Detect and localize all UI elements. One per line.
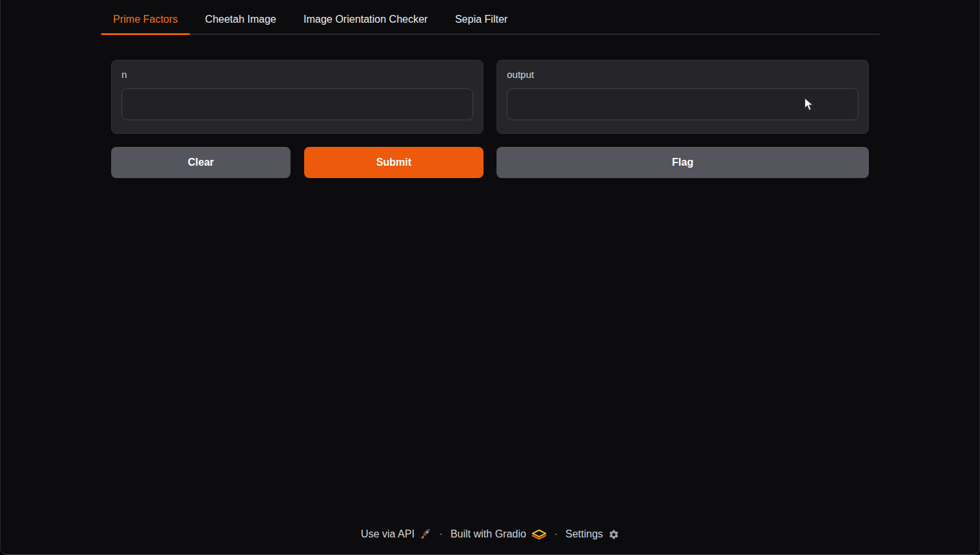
empty-space — [100, 178, 880, 528]
tab-prime-factors[interactable]: Prime Factors — [101, 8, 190, 35]
gradio-logo-icon — [532, 529, 547, 540]
output-panel: output — [496, 60, 869, 134]
clear-button[interactable]: Clear — [111, 147, 290, 178]
tab-image-orientation-checker[interactable]: Image Orientation Checker — [292, 8, 439, 35]
footer-separator: · — [554, 528, 558, 540]
app-window: Prime Factors Cheetah Image Image Orient… — [0, 0, 980, 555]
tab-cheetah-image[interactable]: Cheetah Image — [194, 8, 288, 35]
use-via-api-label: Use via API — [361, 528, 415, 540]
use-via-api-link[interactable]: Use via API — [361, 528, 432, 540]
tab-panel-prime-factors: n Clear Submit output Flag — [100, 60, 880, 178]
input-panel: n — [111, 60, 484, 134]
gear-icon — [608, 529, 619, 540]
footer: Use via API · Built with Gradio — [100, 528, 880, 554]
rocket-icon — [420, 528, 432, 540]
settings-label: Settings — [565, 528, 603, 540]
input-column: n Clear Submit — [111, 60, 484, 178]
output-textbox[interactable] — [507, 88, 858, 120]
built-with-gradio-link[interactable]: Built with Gradio — [450, 528, 547, 540]
output-label: output — [507, 69, 858, 80]
action-buttons-row: Clear Submit — [111, 147, 484, 178]
output-column: output Flag — [496, 60, 869, 178]
settings-link[interactable]: Settings — [565, 528, 619, 540]
tab-sepia-filter[interactable]: Sepia Filter — [443, 8, 519, 35]
built-with-gradio-label: Built with Gradio — [450, 528, 526, 540]
main-container: Prime Factors Cheetah Image Image Orient… — [100, 0, 880, 554]
submit-button[interactable]: Submit — [304, 147, 484, 178]
input-label: n — [122, 69, 473, 80]
flag-button[interactable]: Flag — [496, 147, 869, 178]
tab-bar: Prime Factors Cheetah Image Image Orient… — [100, 8, 880, 34]
footer-separator: · — [439, 528, 443, 540]
n-input[interactable] — [122, 88, 473, 120]
